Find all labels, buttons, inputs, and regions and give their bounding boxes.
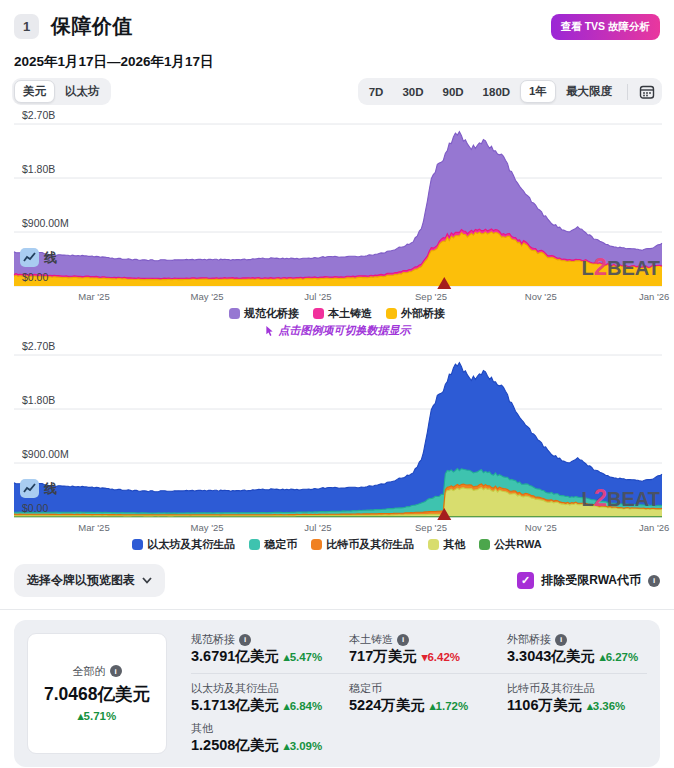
unit-option-以太坊[interactable]: 以太坊 xyxy=(56,80,109,103)
stats-grid: 规范桥接i3.6791亿美元▴5.47%本土铸造i717万美元▾6.42%外部桥… xyxy=(191,633,647,754)
legend-swatch xyxy=(386,308,397,319)
stats-row: 规范桥接i3.6791亿美元▴5.47%本土铸造i717万美元▾6.42%外部桥… xyxy=(191,633,647,665)
total-card: 全部的 i 7.0468亿美元 ▴5.71% xyxy=(27,633,167,754)
chart-canvas-bridge[interactable]: $2.70B$1.80B$900.00M$0.00Mar '25May '25J… xyxy=(0,109,674,305)
unit-toggle: 美元以太坊 xyxy=(12,78,111,105)
info-icon[interactable]: i xyxy=(239,634,251,646)
divider xyxy=(627,84,628,100)
svg-text:May '25: May '25 xyxy=(191,291,224,302)
svg-text:Nov '25: Nov '25 xyxy=(525,291,557,302)
chart-type-toggle[interactable]: 线 xyxy=(20,248,57,267)
legend-tip-text: 点击图例项可切换数据显示 xyxy=(279,323,411,338)
legend-swatch xyxy=(428,539,439,550)
stat-label: 本土铸造i xyxy=(349,633,507,646)
stat-cell-本土铸造: 本土铸造i717万美元▾6.42% xyxy=(349,633,507,665)
svg-text:Mar '25: Mar '25 xyxy=(78,291,109,302)
svg-text:Sep '25: Sep '25 xyxy=(415,522,447,533)
summary-panel: 全部的 i 7.0468亿美元 ▴5.71% 规范桥接i3.6791亿美元▴5.… xyxy=(14,620,660,767)
stat-value: 3.6791亿美元▴5.47% xyxy=(191,648,349,665)
legend-label: 本土铸造 xyxy=(328,306,372,321)
legend-label: 规范化桥接 xyxy=(244,306,299,321)
legend-item-本土铸造[interactable]: 本土铸造 xyxy=(313,306,372,321)
info-icon[interactable]: i xyxy=(555,634,567,646)
legend-label: 其他 xyxy=(443,537,465,552)
divider xyxy=(191,673,647,674)
legend-item-其他[interactable]: 其他 xyxy=(428,537,465,552)
stat-label: 外部桥接i xyxy=(507,633,647,646)
range-option-最大限度[interactable]: 最大限度 xyxy=(557,80,621,103)
stat-change: ▴6.84% xyxy=(284,700,322,713)
info-icon[interactable]: i xyxy=(397,634,409,646)
range-selector: 7D30D90D180D1年最大限度 xyxy=(358,78,662,105)
svg-text:$0.00: $0.00 xyxy=(22,271,48,283)
legend-swatch xyxy=(132,539,143,550)
svg-text:$0.00: $0.00 xyxy=(22,502,48,514)
svg-text:$2.70B: $2.70B xyxy=(22,340,55,352)
legend-item-以太坊及其衍生品[interactable]: 以太坊及其衍生品 xyxy=(132,537,235,552)
legend-item-规范化桥接[interactable]: 规范化桥接 xyxy=(229,306,299,321)
chart-canvas-assets[interactable]: $2.70B$1.80B$900.00M$0.00Mar '25May '25J… xyxy=(0,340,674,536)
legend-tip: 点击图例项可切换数据显示 xyxy=(0,323,674,338)
header: 1 保障价值 查看 TVS 故障分析 xyxy=(0,13,674,40)
line-toggle-label: 线 xyxy=(44,480,57,498)
svg-text:Jan '26: Jan '26 xyxy=(639,522,669,533)
stat-cell-规范桥接: 规范桥接i3.6791亿美元▴5.47% xyxy=(191,633,349,665)
legend-bridge: 规范化桥接本土铸造外部桥接 xyxy=(0,306,674,321)
section-divider xyxy=(0,609,674,610)
range-option-30D[interactable]: 30D xyxy=(393,82,432,102)
date-range-label: 2025年1月17日—2026年1月17日 xyxy=(0,53,674,71)
token-row: 选择令牌以预览图表 ✓ 排除受限RWA代币 i xyxy=(0,564,674,597)
legend-item-比特币及其衍生品[interactable]: 比特币及其衍生品 xyxy=(311,537,414,552)
stat-change: ▴1.72% xyxy=(430,700,468,713)
stats-row: 其他1.2508亿美元▴3.09% xyxy=(191,722,647,754)
svg-text:May '25: May '25 xyxy=(191,522,224,533)
total-value: 7.0468亿美元 xyxy=(44,682,150,706)
stat-label: 规范桥接i xyxy=(191,633,349,646)
stat-value: 5224万美元▴1.72% xyxy=(349,697,507,714)
total-change: ▴5.71% xyxy=(78,709,116,723)
tvs-breakdown-button[interactable]: 查看 TVS 故障分析 xyxy=(551,14,660,40)
svg-text:$900.00M: $900.00M xyxy=(22,448,69,460)
svg-text:$1.80B: $1.80B xyxy=(22,394,55,406)
svg-text:Jan '26: Jan '26 xyxy=(639,291,669,302)
rwa-checkbox[interactable]: ✓ xyxy=(517,572,534,589)
stat-change: ▾6.42% xyxy=(422,651,460,664)
range-option-90D[interactable]: 90D xyxy=(433,82,472,102)
range-option-180D[interactable]: 180D xyxy=(474,82,520,102)
total-label: 全部的 i xyxy=(73,664,122,679)
legend-assets: 以太坊及其衍生品稳定币比特币及其衍生品其他公共RWA xyxy=(0,537,674,552)
unit-option-美元[interactable]: 美元 xyxy=(14,80,55,103)
rwa-filter-label: 排除受限RWA代币 xyxy=(541,572,641,589)
info-icon[interactable]: i xyxy=(648,575,660,587)
chart-type-toggle[interactable]: 线 xyxy=(20,479,57,498)
rwa-filter[interactable]: ✓ 排除受限RWA代币 i xyxy=(517,572,660,589)
stat-cell-稳定币: 稳定币5224万美元▴1.72% xyxy=(349,682,507,714)
stat-value: 3.3043亿美元▴6.27% xyxy=(507,648,647,665)
stat-value: 1.2508亿美元▴3.09% xyxy=(191,737,349,754)
legend-swatch xyxy=(313,308,324,319)
stat-cell-以太坊及其衍生品: 以太坊及其衍生品5.1713亿美元▴6.84% xyxy=(191,682,349,714)
legend-swatch xyxy=(249,539,260,550)
range-option-1年[interactable]: 1年 xyxy=(520,80,556,103)
stat-change: ▴6.27% xyxy=(600,651,638,664)
line-chart-icon xyxy=(20,248,39,267)
token-preview-label: 选择令牌以预览图表 xyxy=(27,572,135,589)
tvs-page: 1 保障价值 查看 TVS 故障分析 2025年1月17日—2026年1月17日… xyxy=(0,0,674,767)
chevron-down-icon xyxy=(142,577,152,584)
legend-swatch xyxy=(311,539,322,550)
stat-value: 1106万美元▴3.36% xyxy=(507,697,647,714)
info-icon[interactable]: i xyxy=(110,665,122,677)
legend-item-外部桥接[interactable]: 外部桥接 xyxy=(386,306,445,321)
token-preview-button[interactable]: 选择令牌以预览图表 xyxy=(14,564,165,597)
calendar-icon[interactable] xyxy=(634,81,660,103)
legend-swatch xyxy=(479,539,490,550)
svg-text:$900.00M: $900.00M xyxy=(22,217,69,229)
stat-value: 717万美元▾6.42% xyxy=(349,648,507,665)
legend-item-稳定币[interactable]: 稳定币 xyxy=(249,537,297,552)
section-index-badge: 1 xyxy=(14,14,39,39)
stat-change: ▴5.47% xyxy=(284,651,322,664)
range-option-7D[interactable]: 7D xyxy=(360,82,393,102)
cursor-icon xyxy=(264,325,275,337)
legend-item-公共RWA[interactable]: 公共RWA xyxy=(479,537,541,552)
line-toggle-label: 线 xyxy=(44,249,57,267)
